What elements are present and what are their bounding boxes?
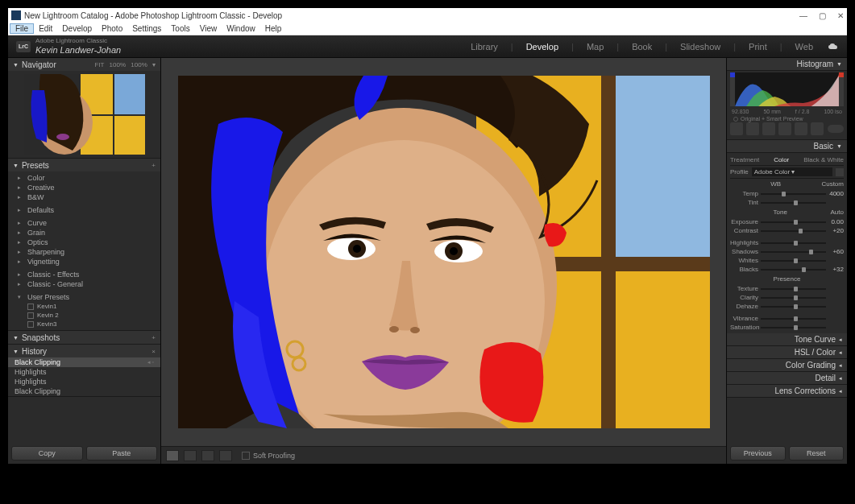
menu-view[interactable]: View: [195, 24, 222, 33]
preset-group[interactable]: ▸Creative: [8, 183, 160, 192]
nav-zoom-menu[interactable]: ▾: [152, 61, 156, 68]
mask-tool[interactable]: [778, 122, 791, 135]
preset-group[interactable]: ▸Optics: [8, 238, 160, 247]
temp-slider[interactable]: [761, 191, 826, 197]
menu-photo[interactable]: Photo: [97, 24, 127, 33]
preset-user-item[interactable]: Kevin3: [8, 320, 160, 328]
preset-group[interactable]: ▸Vignetting: [8, 257, 160, 266]
redeye-tool[interactable]: [762, 122, 775, 135]
preset-group[interactable]: ▸Classic - Effects: [8, 270, 160, 279]
nav-fit[interactable]: FIT: [95, 61, 105, 68]
heal-tool[interactable]: [746, 122, 759, 135]
history-item[interactable]: Black Clipping◂ ▫: [8, 357, 160, 367]
slider-value[interactable]: +60: [826, 248, 844, 255]
navigator-thumbnail[interactable]: [24, 74, 145, 155]
preset-group[interactable]: ▸Curve: [8, 218, 160, 228]
before-after-button[interactable]: [184, 450, 197, 461]
history-item[interactable]: Highlights: [8, 367, 160, 377]
image-view[interactable]: [161, 58, 726, 446]
histogram-graph[interactable]: [730, 72, 844, 106]
clarity-slider[interactable]: [761, 295, 826, 301]
ref-view-button[interactable]: [201, 450, 214, 461]
grad-tool[interactable]: [795, 122, 807, 135]
navigator-header[interactable]: ▼Navigator FIT 100% 100% ▾: [8, 58, 160, 71]
preset-group[interactable]: ▸Color: [8, 173, 160, 183]
menu-develop[interactable]: Develop: [57, 24, 97, 33]
cloud-icon[interactable]: [828, 43, 839, 51]
snapshots-add[interactable]: +: [151, 334, 156, 341]
menu-settings[interactable]: Settings: [127, 24, 166, 33]
menu-help[interactable]: Help: [260, 24, 287, 33]
treatment-bw[interactable]: Black & White: [803, 156, 844, 163]
snapshots-header[interactable]: ▼Snapshots +: [8, 331, 160, 344]
nav-zoom1[interactable]: 100%: [110, 61, 126, 68]
preset-user-header[interactable]: ▾User Presets: [8, 292, 160, 302]
module-web[interactable]: Web: [791, 42, 818, 52]
wb-value[interactable]: Custom: [821, 180, 844, 188]
copy-button[interactable]: Copy: [11, 446, 83, 461]
soft-proofing-checkbox[interactable]: [242, 452, 250, 460]
preset-group[interactable]: ▸Sharpening: [8, 247, 160, 257]
detail-header[interactable]: Detail◂: [727, 372, 847, 385]
slider-value[interactable]: 0.00: [826, 218, 844, 225]
history-clear[interactable]: ×: [151, 348, 156, 355]
minimize-button[interactable]: —: [799, 11, 807, 20]
histogram-header[interactable]: Histogram▼: [727, 58, 847, 71]
close-button[interactable]: ✕: [837, 11, 844, 20]
menu-tools[interactable]: Tools: [166, 24, 194, 33]
slider-value[interactable]: +32: [826, 266, 844, 273]
whites-slider[interactable]: [761, 258, 826, 264]
tint-slider[interactable]: [761, 200, 826, 206]
profile-select[interactable]: Adobe Color ▾: [752, 167, 832, 176]
module-slideshow[interactable]: Slideshow: [675, 42, 725, 52]
shadows-slider[interactable]: [761, 249, 826, 255]
vibrance-slider[interactable]: [761, 316, 826, 322]
paste-button[interactable]: Paste: [86, 446, 158, 461]
module-map[interactable]: Map: [582, 42, 608, 52]
tone-curve-header[interactable]: Tone Curve◂: [727, 333, 847, 346]
brush-tool[interactable]: [811, 122, 824, 135]
highlights-slider[interactable]: [761, 240, 826, 246]
menu-edit[interactable]: Edit: [34, 24, 57, 33]
loupe-view-button[interactable]: [166, 450, 179, 461]
hsl-header[interactable]: HSL / Color◂: [727, 346, 847, 359]
exposure-slider[interactable]: [761, 219, 826, 225]
preset-group[interactable]: ▸Classic - General: [8, 279, 160, 289]
nav-zoom2[interactable]: 100%: [131, 61, 147, 68]
color-grading-header[interactable]: Color Grading◂: [727, 359, 847, 372]
module-book[interactable]: Book: [627, 42, 657, 52]
maximize-button[interactable]: ▢: [819, 11, 826, 20]
saturation-slider[interactable]: [761, 324, 826, 331]
preset-user-item[interactable]: Kevin1: [8, 302, 160, 311]
module-library[interactable]: Library: [466, 42, 503, 52]
temp-value[interactable]: 4000: [826, 190, 844, 197]
menu-file[interactable]: File: [10, 23, 34, 34]
preset-group[interactable]: ▸Grain: [8, 228, 160, 238]
presets-add[interactable]: +: [151, 162, 156, 169]
reset-button[interactable]: Reset: [789, 446, 845, 461]
blacks-slider[interactable]: [761, 266, 826, 273]
preset-defaults[interactable]: ▸Defaults: [8, 205, 160, 215]
history-header[interactable]: ▼History ×: [8, 345, 160, 357]
preset-group[interactable]: ▸B&W: [8, 192, 160, 202]
slider-value[interactable]: +20: [826, 227, 844, 234]
menu-window[interactable]: Window: [222, 24, 260, 33]
contrast-slider[interactable]: [761, 228, 826, 234]
history-item[interactable]: Black Clipping: [8, 386, 160, 396]
texture-slider[interactable]: [761, 286, 826, 292]
history-item[interactable]: Highlights: [8, 377, 160, 386]
auto-button[interactable]: Auto: [831, 209, 844, 216]
lens-header[interactable]: Lens Corrections◂: [727, 385, 847, 398]
crop-tool[interactable]: [730, 122, 743, 135]
module-print[interactable]: Print: [744, 42, 772, 52]
treatment-color[interactable]: Color: [774, 156, 789, 163]
basic-header[interactable]: Basic▼: [727, 140, 847, 153]
dehaze-slider[interactable]: [761, 304, 826, 310]
grid-button[interactable]: [219, 450, 232, 461]
profile-browser[interactable]: [836, 168, 844, 176]
module-develop[interactable]: Develop: [521, 42, 563, 52]
previous-button[interactable]: Previous: [730, 446, 786, 461]
panel-switch[interactable]: [828, 125, 844, 133]
presets-header[interactable]: ▼Presets +: [8, 159, 160, 171]
preset-user-item[interactable]: Kevin 2: [8, 311, 160, 320]
